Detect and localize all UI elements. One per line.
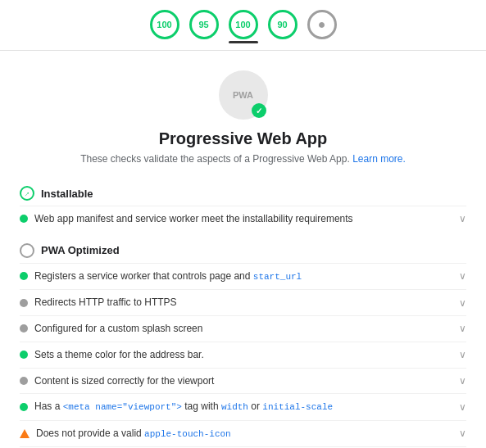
chevron-icon: ∨ — [459, 297, 466, 309]
audit-text: Web app manifest and service worker meet… — [34, 212, 353, 226]
audit-left: Web app manifest and service worker meet… — [20, 212, 452, 226]
status-dot-green — [20, 272, 28, 280]
tab-underline — [189, 41, 219, 43]
audit-row-viewport-size[interactable]: Content is sized correctly for the viewp… — [20, 368, 466, 394]
code-apple-touch-icon: apple-touch-icon — [144, 429, 231, 439]
pwa-subtitle: These checks validate the aspects of a P… — [80, 153, 406, 165]
audit-text: Configured for a custom splash screen — [34, 322, 202, 336]
chevron-icon: ∨ — [459, 375, 466, 387]
audit-text: Content is sized correctly for the viewp… — [34, 374, 214, 388]
tab-bar: 100 95 100 90 ● — [0, 0, 486, 51]
pwa-header: PWA Progressive Web App These checks val… — [0, 51, 486, 174]
seo-score: 90 — [268, 10, 298, 39]
code-initial-scale: initial-scale — [262, 402, 333, 412]
pwa-optimized-header: PWA Optimized — [20, 235, 466, 263]
installable-header: Installable — [20, 178, 466, 206]
audit-row-theme-color[interactable]: Sets a theme color for the address bar. … — [20, 342, 466, 368]
active-tab-indicator — [229, 41, 258, 43]
chevron-icon: ∨ — [459, 401, 466, 413]
accessibility-score: 95 — [189, 10, 219, 39]
tab-underline — [268, 41, 298, 43]
page-title: Progressive Web App — [159, 129, 328, 148]
pwa-optimized-icon — [20, 243, 34, 258]
status-dot-gray — [20, 299, 28, 307]
pwa-icon-text: PWA — [233, 90, 253, 100]
audit-row-splash[interactable]: Configured for a custom splash screen ∨ — [20, 315, 466, 342]
pwa-icon: PWA — [219, 70, 268, 120]
status-dot-warning — [20, 429, 30, 438]
tab-seo[interactable]: 90 — [268, 10, 298, 43]
best-practices-score: 100 — [229, 10, 258, 39]
performance-score: 100 — [150, 10, 179, 39]
audit-row-service-worker[interactable]: Registers a service worker that controls… — [20, 263, 466, 289]
tab-best-practices[interactable]: 100 — [229, 10, 258, 43]
tab-underline — [150, 41, 179, 43]
pwa-score: ● — [307, 10, 337, 39]
audit-text: Does not provide a valid apple-touch-ico… — [36, 427, 231, 441]
audit-row-https[interactable]: Redirects HTTP traffic to HTTPS ∨ — [20, 289, 466, 315]
status-dot-green — [20, 351, 28, 359]
code-start-url: start_url — [253, 272, 302, 282]
learn-more-link[interactable]: Learn more. — [352, 153, 406, 165]
status-dot-gray — [20, 377, 28, 385]
code-width: width — [221, 402, 248, 412]
chevron-icon: ∨ — [459, 349, 466, 360]
audit-text: Registers a service worker that controls… — [34, 269, 302, 283]
status-dot-green — [20, 215, 28, 223]
chevron-icon: ∨ — [459, 323, 466, 334]
audit-text: Redirects HTTP traffic to HTTPS — [34, 296, 177, 310]
code-meta-viewport: <meta name="viewport"> — [63, 402, 182, 412]
audit-text: Has a <meta name="viewport"> tag with wi… — [34, 400, 333, 414]
tab-accessibility[interactable]: 95 — [189, 10, 219, 43]
tab-pwa[interactable]: ● — [307, 10, 337, 43]
installable-icon — [20, 186, 34, 201]
audit-row-meta-viewport[interactable]: Has a <meta name="viewport"> tag with wi… — [20, 393, 466, 419]
pwa-optimized-section: PWA Optimized Registers a service worker… — [0, 235, 486, 448]
pwa-check-badge — [252, 103, 266, 118]
status-dot-gray — [20, 324, 28, 333]
tab-underline — [307, 41, 337, 43]
audit-row-apple-touch-icon[interactable]: Does not provide a valid apple-touch-ico… — [20, 420, 466, 446]
chevron-icon: ∨ — [459, 428, 466, 439]
audit-text: Sets a theme color for the address bar. — [34, 348, 204, 362]
chevron-icon: ∨ — [459, 270, 466, 282]
installable-section: Installable Web app manifest and service… — [0, 178, 486, 232]
tab-performance[interactable]: 100 — [150, 10, 179, 43]
status-dot-green — [20, 403, 28, 411]
chevron-icon: ∨ — [459, 213, 466, 224]
audit-row[interactable]: Web app manifest and service worker meet… — [20, 206, 466, 232]
